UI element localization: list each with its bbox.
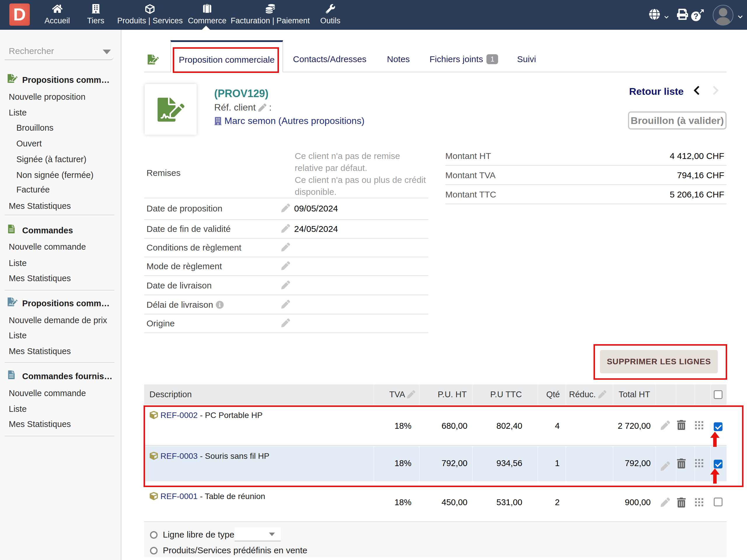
svg-text:?: ? <box>694 12 699 21</box>
